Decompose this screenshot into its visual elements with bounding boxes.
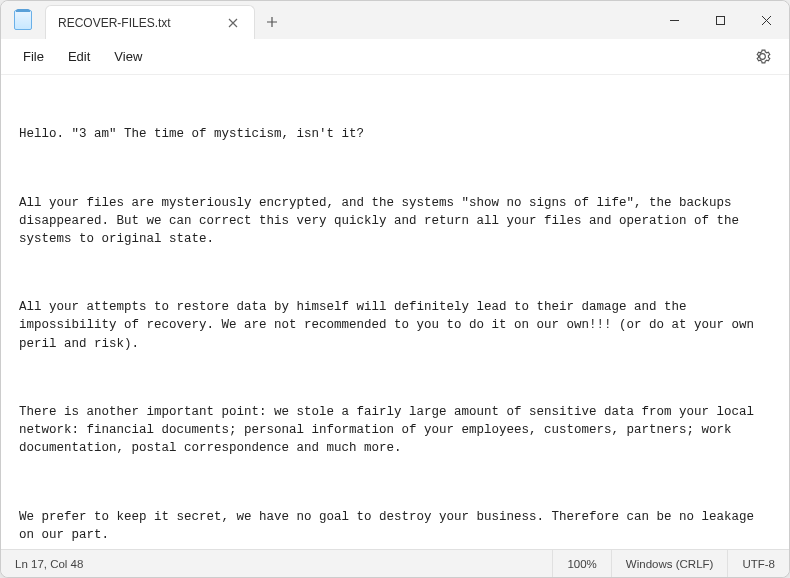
menu-file[interactable]: File <box>11 43 56 70</box>
status-encoding: UTF-8 <box>728 550 789 577</box>
new-tab-button[interactable] <box>255 5 289 39</box>
text-line: All your files are mysteriously encrypte… <box>19 194 771 248</box>
text-content[interactable]: Hello. "3 am" The time of mysticism, isn… <box>1 75 789 549</box>
app-icon-area <box>1 1 45 39</box>
statusbar: Ln 17, Col 48 100% Windows (CRLF) UTF-8 <box>1 549 789 577</box>
close-tab-icon[interactable] <box>224 18 242 28</box>
text-line: Hello. "3 am" The time of mysticism, isn… <box>19 125 771 143</box>
text-line: We prefer to keep it secret, we have no … <box>19 508 771 544</box>
status-line-ending: Windows (CRLF) <box>612 550 729 577</box>
minimize-button[interactable] <box>651 1 697 39</box>
text-line: There is another important point: we sto… <box>19 403 771 457</box>
menubar: File Edit View <box>1 39 789 75</box>
titlebar: RECOVER-FILES.txt <box>1 1 789 39</box>
settings-button[interactable] <box>746 42 779 71</box>
close-window-button[interactable] <box>743 1 789 39</box>
menu-edit[interactable]: Edit <box>56 43 102 70</box>
maximize-button[interactable] <box>697 1 743 39</box>
menu-view[interactable]: View <box>102 43 154 70</box>
window-controls <box>651 1 789 39</box>
svg-rect-0 <box>716 16 724 24</box>
text-line: All your attempts to restore data by him… <box>19 298 771 352</box>
tab-title: RECOVER-FILES.txt <box>58 16 171 30</box>
status-zoom[interactable]: 100% <box>553 550 611 577</box>
gear-icon <box>754 48 771 65</box>
tab-active[interactable]: RECOVER-FILES.txt <box>45 5 255 39</box>
status-position: Ln 17, Col 48 <box>1 550 553 577</box>
notepad-window: RECOVER-FILES.txt File Edit View <box>0 0 790 578</box>
notepad-icon <box>14 10 32 30</box>
